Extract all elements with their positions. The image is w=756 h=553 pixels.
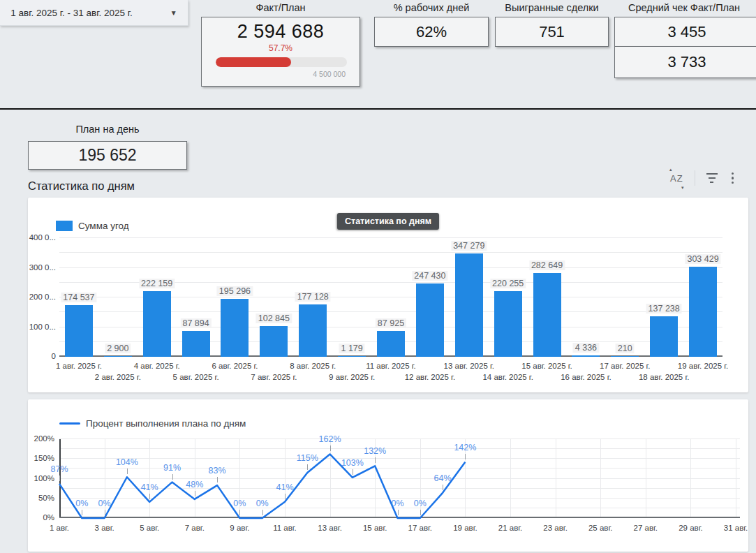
bar-value-label: 2 900: [105, 344, 131, 353]
bar[interactable]: [260, 326, 288, 357]
x-tick-label: 27 авг.: [634, 524, 658, 532]
x-tick-label: 7 авг. 2025 г.: [251, 373, 297, 381]
date-range-selector[interactable]: 1 авг. 2025 г. - 31 авг. 2025 г. ▼: [0, 0, 188, 26]
section-title: Статистика по дням: [28, 179, 135, 193]
date-range-label: 1 авг. 2025 г. - 31 авг. 2025 г.: [10, 8, 133, 18]
filter-icon[interactable]: [705, 172, 719, 184]
line-point-label: 0%: [391, 499, 403, 508]
x-tick-label: 5 авг.: [140, 524, 159, 532]
label-connector: [82, 510, 82, 515]
bar[interactable]: [143, 291, 171, 357]
x-tick-label: 16 авг. 2025 г.: [561, 373, 611, 381]
bar-slot: 210: [605, 238, 644, 357]
line-point-label: 132%: [364, 446, 386, 456]
bar[interactable]: [650, 316, 678, 357]
label-connector: [465, 454, 466, 459]
x-tick-label: 18 авг. 2025 г.: [639, 373, 689, 381]
label-connector: [172, 474, 173, 480]
x-tick-label: 7 авг.: [185, 524, 205, 532]
bar-slot: 177 128: [293, 238, 332, 357]
bar-chart-legend: Сумма угод: [56, 221, 129, 231]
label-connector: [353, 469, 353, 475]
line-point-label: 115%: [297, 453, 318, 463]
more-options-icon[interactable]: [729, 171, 737, 186]
bar[interactable]: [221, 299, 249, 357]
avg-check-fact-value: 3 455: [667, 23, 706, 40]
progress-bar-track: [216, 57, 347, 67]
fact-plan-title: Факт/План: [201, 2, 360, 13]
x-tick-label: 29 авг.: [679, 524, 702, 532]
bar-slot: 347 279: [450, 238, 489, 357]
line-point-label: 64%: [434, 473, 452, 483]
line-point-label: 48%: [186, 480, 203, 489]
working-days-value: 62%: [416, 23, 447, 40]
y-tick-label: 400 0...: [29, 233, 56, 242]
bar[interactable]: [182, 331, 210, 357]
legend-label: Процент выполнения плана по дням: [86, 418, 246, 429]
bar-slot: 220 255: [489, 238, 528, 357]
y-tick-label: 200 0...: [29, 293, 56, 301]
bar[interactable]: [416, 283, 444, 357]
line-point-label: 83%: [209, 466, 226, 475]
y-tick-label: 300 0...: [29, 263, 56, 272]
plan-day-value: 195 652: [78, 146, 136, 165]
x-tick-label: 25 авг.: [588, 524, 612, 532]
fact-plan-target: 4 500 000: [313, 70, 346, 78]
won-deals-title: Выигранные сделки: [495, 2, 609, 13]
bar[interactable]: [455, 253, 483, 357]
bar[interactable]: [104, 356, 132, 357]
bar-slot: 303 429: [683, 238, 722, 357]
x-tick-label: 15 авг.: [363, 524, 387, 532]
bar[interactable]: [299, 304, 327, 357]
y-tick-label: 0%: [43, 513, 54, 522]
y-tick-label: 150%: [34, 454, 54, 462]
legend-line-icon: [59, 422, 80, 425]
label-connector: [59, 475, 60, 481]
label-connector: [239, 510, 240, 515]
x-tick-label: 23 авг.: [543, 524, 567, 532]
chart-toolbar: AZ: [669, 170, 746, 186]
bar[interactable]: [533, 273, 561, 357]
bar-slot: 174 537: [59, 238, 98, 357]
x-tick-label: 11 авг.: [273, 524, 297, 532]
bar-value-label: 174 537: [61, 293, 96, 302]
bar-value-label: 222 159: [139, 279, 175, 288]
line-point-label: 104%: [116, 457, 138, 467]
label-connector: [127, 469, 128, 474]
sort-az-icon[interactable]: AZ: [669, 172, 685, 185]
bar[interactable]: [377, 331, 405, 357]
won-deals-card: 751: [495, 17, 609, 47]
bar-value-label: 210: [616, 344, 635, 353]
bar[interactable]: [611, 356, 639, 357]
y-tick-label: 50%: [38, 494, 54, 502]
x-tick-label: 21 авг.: [498, 524, 522, 532]
bar[interactable]: [494, 291, 522, 357]
bar[interactable]: [338, 356, 366, 357]
avg-check-title: Средний чек Факт/План: [614, 2, 754, 13]
label-connector: [262, 510, 263, 515]
bar-value-label: 87 894: [180, 318, 211, 328]
avg-check-plan-card: 3 733: [614, 46, 756, 78]
x-tick-label: 3 авг.: [95, 524, 114, 532]
x-tick-label: 31 авг.: [724, 524, 748, 532]
bar[interactable]: [572, 355, 600, 357]
bar-slot: 1 179: [332, 238, 371, 357]
x-tick-label: 8 авг. 2025 г.: [290, 362, 336, 370]
chevron-down-icon: ▼: [170, 9, 177, 17]
bar-slot: 282 649: [528, 238, 567, 357]
x-tick-label: 2 авг. 2025 г.: [95, 373, 141, 381]
line-point-label: 0%: [256, 499, 269, 508]
label-connector: [217, 477, 218, 482]
bar-slot: 222 159: [138, 238, 177, 357]
bar[interactable]: [689, 267, 717, 357]
working-days-card: 62%: [374, 17, 489, 47]
bar-slot: 247 430: [410, 238, 450, 357]
line-point-label: 142%: [454, 443, 476, 452]
line-y-axis-labels: 0%50%100%150%200%: [28, 439, 54, 518]
bar-value-label: 282 649: [529, 260, 565, 270]
bar[interactable]: [65, 305, 93, 357]
bar-value-label: 1 179: [339, 344, 364, 353]
line-point-label: 162%: [319, 434, 341, 444]
label-connector: [398, 510, 399, 515]
bar-value-label: 247 430: [412, 271, 447, 281]
